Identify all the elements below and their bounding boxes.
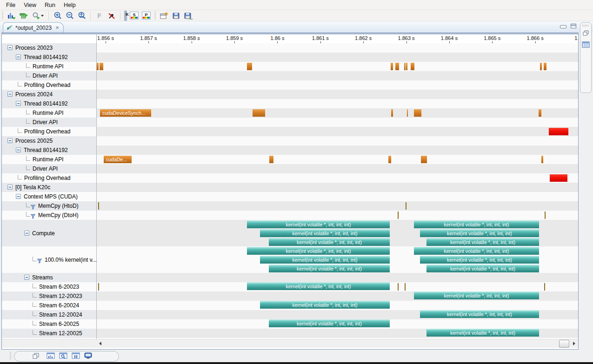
tree-row-memcpy-dtoh[interactable]: MemCpy (DtoH) <box>2 211 96 220</box>
expand-toggle[interactable] <box>16 54 21 60</box>
memcpy-mark[interactable] <box>98 283 99 291</box>
expand-toggle[interactable] <box>16 194 21 199</box>
expand-toggle[interactable] <box>7 138 13 143</box>
memcpy-mark[interactable] <box>405 283 406 291</box>
restore-view-button[interactable] <box>580 30 591 36</box>
process-mode-button[interactable]: P <box>141 11 151 20</box>
kernel-bar[interactable]: kernel(int volatile *, int, int, int) <box>414 291 539 299</box>
timeline-row-stream-12-20023[interactable]: kernel(int volatile *, int, int, int) <box>97 291 578 301</box>
timeline-row-stream-6-20023[interactable]: kernel(int volatile *, int, int, int) <box>97 282 578 291</box>
menu-file[interactable]: File <box>2 1 20 9</box>
expand-toggle[interactable] <box>7 92 13 97</box>
tree-row-device-tesla-k20c[interactable]: [0] Tesla K20c <box>2 183 96 192</box>
timeline-row-stream-6-20025[interactable]: kernel(int volatile *, int, int, int) <box>97 319 578 329</box>
stream-mode-button[interactable]: S <box>129 11 139 20</box>
tab-output-20023[interactable]: *output_20023 ✕ <box>3 22 64 33</box>
details-view-button[interactable] <box>59 352 67 361</box>
tree-row-stream-6-20023[interactable]: Stream 6-20023 <box>2 282 96 291</box>
kernel-bar[interactable]: kernel(int volatile *, int, int, int) <box>414 247 539 255</box>
timeline-row-process-20023[interactable] <box>97 43 578 53</box>
timeline-row-stream-12-20024[interactable]: kernel(int volatile *, int, int, int) <box>97 310 578 319</box>
memcpy-mark[interactable] <box>98 202 99 210</box>
restore-view-button[interactable] <box>33 352 40 361</box>
new-session-button[interactable] <box>159 11 169 20</box>
runtime-api-bar[interactable] <box>253 109 265 117</box>
runtime-api-bar[interactable] <box>544 63 546 70</box>
horizontal-scrollbar[interactable] <box>2 339 578 348</box>
kernel-bar[interactable]: kernel(int volatile *, int, int, int) <box>426 265 539 272</box>
tree-row-process-20024[interactable]: Process 20024 <box>2 90 96 99</box>
tree-row-streams[interactable]: Streams <box>2 273 96 282</box>
timeline-row-profiling-overhead-20025[interactable] <box>97 173 578 183</box>
menu-view[interactable]: View <box>20 1 40 9</box>
runtime-api-bar[interactable] <box>269 156 273 163</box>
filter-icon[interactable] <box>37 257 42 265</box>
tree-row-memcpy-htod[interactable]: MemCpy (HtoD) <box>2 201 96 211</box>
runtime-api-bar[interactable] <box>247 63 252 70</box>
timeline-row-process-20025[interactable] <box>97 136 578 146</box>
properties-view-button[interactable] <box>580 41 591 48</box>
zoom-fit-button[interactable] <box>77 11 87 20</box>
timeline-row-profiling-overhead-20023[interactable] <box>97 80 578 90</box>
expand-toggle[interactable] <box>24 275 29 280</box>
kernel-bar[interactable]: kernel(int volatile *, int, int, int) <box>420 310 539 318</box>
tree-row-stream-6-20024[interactable]: Stream 6-20024 <box>2 301 96 310</box>
kernel-bar[interactable]: kernel(int volatile *, int, int, int) <box>269 265 390 272</box>
memcpy-mark[interactable] <box>544 283 545 291</box>
tree-row-compute[interactable]: Compute <box>2 220 96 246</box>
analysis-view-button[interactable] <box>47 352 55 361</box>
timeline-row-thread-20023[interactable] <box>97 53 578 62</box>
kernel-bar[interactable]: kernel(int volatile *, int, int, int) <box>260 301 390 309</box>
expand-toggle[interactable] <box>7 185 13 190</box>
memcpy-mark[interactable] <box>398 283 399 291</box>
tree-row-stream-6-20025[interactable]: Stream 6-20025 <box>2 319 96 329</box>
memcpy-mark[interactable] <box>545 212 546 219</box>
runtime-api-bar[interactable] <box>540 63 542 70</box>
scrollbar-thumb[interactable] <box>559 340 569 348</box>
runtime-api-bar[interactable]: cudaDeviceSynch... <box>100 109 151 117</box>
expand-toggle[interactable] <box>16 147 21 152</box>
save-all-button[interactable] <box>183 11 193 20</box>
minimize-view-button[interactable] <box>560 25 566 28</box>
zoom-out-button[interactable] <box>65 11 74 20</box>
tree-row-process-20023[interactable]: Process 20023 <box>2 43 96 53</box>
kernel-bar[interactable]: kernel(int volatile *, int, int, int) <box>260 256 390 264</box>
kernel-bar[interactable]: kernel(int volatile *, int, int, int) <box>247 282 390 290</box>
tree-row-thread-20024[interactable]: Thread 80144192 <box>2 99 96 108</box>
runtime-api-bar[interactable] <box>388 156 391 163</box>
collect-timeline-button[interactable] <box>19 11 28 20</box>
runtime-api-bar[interactable] <box>539 109 541 117</box>
timeline-row-compute[interactable]: kernel(int volatile *, int, int, int)ker… <box>97 220 578 246</box>
timeline-row-driver-api-20025[interactable] <box>97 164 578 173</box>
timeline-row-memcpy-dtoh[interactable] <box>97 211 578 220</box>
timeline-row-stream-6-20024[interactable]: kernel(int volatile *, int, int, int) <box>97 301 578 310</box>
filter-flag-button[interactable]: F <box>94 11 104 20</box>
dock-drag-handle[interactable] <box>10 352 11 360</box>
menu-run[interactable]: Run <box>40 1 60 9</box>
profiling-overhead-bar[interactable] <box>550 174 567 182</box>
tree-row-thread-20023[interactable]: Thread 80144192 <box>2 53 96 62</box>
kernel-bar[interactable]: kernel(int volatile *, int, int, int) <box>269 238 390 246</box>
runtime-api-bar[interactable] <box>391 63 393 70</box>
tree-row-stream-12-20025[interactable]: Stream 12-20025 <box>2 329 96 338</box>
kernel-bar[interactable]: kernel(int volatile *, int, int, int) <box>420 256 539 264</box>
tree-row-profiling-overhead-20023[interactable]: Profiling Overhead <box>2 80 96 90</box>
toolbar-drag-handle[interactable] <box>2 12 3 20</box>
runtime-api-bar[interactable] <box>100 63 103 70</box>
runtime-api-bar[interactable] <box>97 63 99 70</box>
timeline-row-streams[interactable] <box>97 273 578 282</box>
kernel-bar[interactable]: kernel(int volatile *, int, int, int) <box>260 229 390 237</box>
scroll-right-icon[interactable] <box>571 340 578 347</box>
console-view-button[interactable] <box>84 352 92 361</box>
timeline-row-device-tesla-k20c[interactable] <box>97 183 578 192</box>
timeline-row-thread-20025[interactable] <box>97 146 578 155</box>
timeline-row-kernel-100pct[interactable]: kernel(int volatile *, int, int, int)ker… <box>97 246 578 273</box>
timeline-row-process-20024[interactable] <box>97 90 578 99</box>
profile-application-button[interactable] <box>7 11 16 20</box>
tree-row-profiling-overhead-20025[interactable]: Profiling Overhead <box>2 173 96 183</box>
tree-row-runtime-api-20024[interactable]: Runtime API <box>2 108 96 118</box>
runtime-api-bar[interactable] <box>414 109 421 117</box>
runtime-api-bar[interactable] <box>421 156 427 163</box>
timeline-row-thread-20024[interactable] <box>97 99 578 108</box>
timeline-row-runtime-api-20023[interactable] <box>97 62 578 71</box>
